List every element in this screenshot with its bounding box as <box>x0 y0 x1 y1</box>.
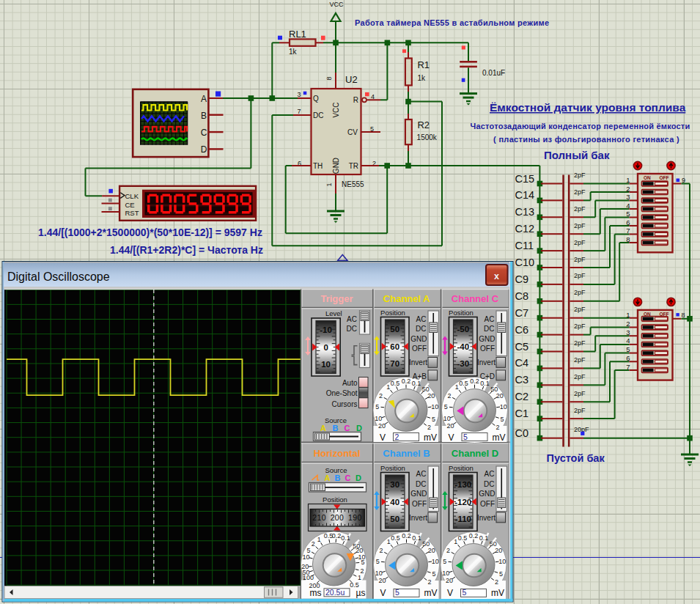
svg-text:5: 5 <box>361 559 364 566</box>
svg-text:V: V <box>448 432 454 443</box>
svg-text:C: C <box>345 424 350 432</box>
svg-text:2pF: 2pF <box>574 323 586 330</box>
svg-text:0.5: 0.5 <box>391 380 400 387</box>
svg-text:-40: -40 <box>457 342 469 351</box>
svg-text:TR: TR <box>349 162 358 170</box>
svg-text:Invert: Invert <box>477 358 495 367</box>
svg-text:C11: C11 <box>515 240 534 251</box>
svg-text:B: B <box>335 474 341 482</box>
svg-text:2: 2 <box>448 392 452 399</box>
svg-text:RST: RST <box>125 209 139 217</box>
svg-text:AC: AC <box>485 470 495 478</box>
svg-text:1: 1 <box>387 538 391 545</box>
svg-text:Invert: Invert <box>409 358 427 367</box>
svg-text:9: 9 <box>682 177 685 184</box>
svg-text:CLK: CLK <box>125 192 139 200</box>
svg-text:2: 2 <box>626 185 630 193</box>
svg-text:A: A <box>320 424 326 432</box>
svg-text:5: 5 <box>375 403 379 410</box>
svg-text:5: 5 <box>376 558 380 565</box>
svg-text:C14: C14 <box>515 189 535 201</box>
svg-text:1: 1 <box>454 538 457 545</box>
svg-text:V: V <box>380 432 386 443</box>
svg-text:0.01uF: 0.01uF <box>482 69 505 77</box>
svg-text:D: D <box>201 144 207 155</box>
svg-text:A+B: A+B <box>413 372 427 380</box>
svg-text:B: B <box>333 424 339 432</box>
svg-text:mV: mV <box>491 588 504 598</box>
svg-text:0.1: 0.1 <box>341 534 350 542</box>
svg-text:A: A <box>325 474 331 482</box>
svg-text:C0: C0 <box>515 427 529 439</box>
svg-text:C10: C10 <box>515 257 535 268</box>
svg-text:C9: C9 <box>515 273 529 285</box>
svg-text:210 200 190: 210 200 190 <box>312 513 361 522</box>
svg-text:AC: AC <box>416 470 427 478</box>
svg-text:CE: CE <box>125 201 135 209</box>
svg-text:RL1: RL1 <box>289 29 306 40</box>
svg-text:3: 3 <box>626 193 630 201</box>
svg-text:NE555: NE555 <box>342 180 364 188</box>
svg-text:Level: Level <box>325 309 342 317</box>
svg-text:Position: Position <box>380 464 405 472</box>
svg-text:R2: R2 <box>417 119 430 130</box>
svg-text:2pF: 2pF <box>574 356 586 364</box>
svg-text:2: 2 <box>427 424 431 431</box>
svg-text:40: 40 <box>390 498 399 507</box>
svg-text:20: 20 <box>427 392 435 399</box>
svg-text:10: 10 <box>321 360 331 369</box>
svg-text:2: 2 <box>495 424 499 431</box>
svg-text:C7: C7 <box>515 307 529 319</box>
svg-text:V: V <box>380 588 386 598</box>
svg-text:5: 5 <box>463 588 467 597</box>
svg-text:2pF: 2pF <box>574 256 586 263</box>
svg-text:7: 7 <box>626 226 630 235</box>
svg-text:2: 2 <box>312 540 315 548</box>
svg-text:Position: Position <box>449 464 474 472</box>
svg-text:Channel A: Channel A <box>383 293 430 304</box>
svg-text:5: 5 <box>626 345 630 353</box>
svg-text:1.44/[(1000+2*1500000)*(50*10E: 1.44/[(1000+2*1500000)*(50*10E-12)] = 95… <box>38 226 262 238</box>
svg-text:0.5: 0.5 <box>391 534 400 542</box>
svg-text:V: V <box>447 588 453 598</box>
svg-text:20: 20 <box>496 392 504 399</box>
svg-text:5: 5 <box>444 403 448 410</box>
svg-text:5: 5 <box>501 416 504 423</box>
svg-text:( пластины из фольгированного: ( пластины из фольгированного гетинакса … <box>493 135 679 144</box>
svg-text:60: 60 <box>390 342 399 351</box>
svg-text:C5: C5 <box>515 341 529 353</box>
svg-text:DC: DC <box>484 480 494 488</box>
svg-text:Invert: Invert <box>477 514 495 522</box>
svg-text:0.2: 0.2 <box>470 378 479 385</box>
svg-text:C1: C1 <box>515 408 529 419</box>
svg-text:C12: C12 <box>515 223 535 235</box>
svg-text:C4: C4 <box>515 357 529 369</box>
svg-text:mV: mV <box>424 588 438 598</box>
svg-text:2pF: 2pF <box>574 390 586 397</box>
svg-text:GND: GND <box>332 158 340 174</box>
svg-text:Ёмкостной датчик уровня топлив: Ёмкостной датчик уровня топлива <box>490 101 686 114</box>
svg-text:8: 8 <box>626 235 630 243</box>
svg-text:20: 20 <box>428 547 435 554</box>
svg-text:C13: C13 <box>515 206 535 218</box>
svg-text:1: 1 <box>317 536 321 543</box>
svg-text:5: 5 <box>443 558 446 565</box>
svg-text:Channel B: Channel B <box>383 448 430 459</box>
svg-text:-120: -120 <box>454 498 471 507</box>
svg-text:5: 5 <box>432 416 435 423</box>
svg-text:2pF: 2pF <box>574 272 586 279</box>
svg-text:OFF: OFF <box>412 345 427 353</box>
svg-text:1: 1 <box>325 183 333 186</box>
svg-text:20: 20 <box>447 422 454 430</box>
svg-text:20: 20 <box>378 422 386 430</box>
svg-text:C: C <box>201 128 207 138</box>
svg-text:10: 10 <box>498 558 506 565</box>
svg-text:1.44/[(R1+2R2)*C] = Частота Hz: 1.44/[(R1+2R2)*C] = Частота Hz <box>110 244 263 256</box>
svg-text:-50: -50 <box>457 325 469 334</box>
svg-text:50: 50 <box>390 325 399 334</box>
svg-text:10: 10 <box>443 415 451 422</box>
svg-text:C8: C8 <box>515 290 529 302</box>
svg-text:0.2: 0.2 <box>469 532 479 539</box>
svg-text:D: D <box>356 424 362 432</box>
svg-text:0.1: 0.1 <box>479 534 489 542</box>
